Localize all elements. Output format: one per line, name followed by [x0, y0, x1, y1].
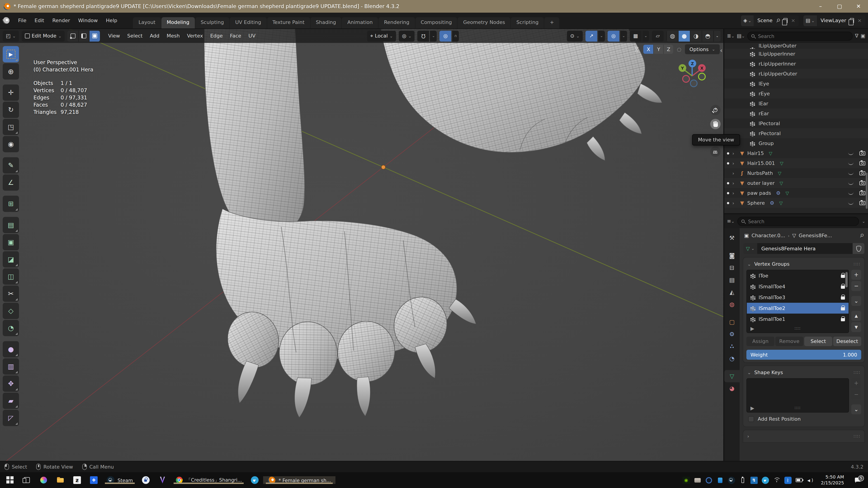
gizmo-dropdown[interactable]: ⌄	[598, 31, 605, 41]
properties-tab[interactable]	[724, 286, 740, 298]
properties-tab[interactable]	[724, 352, 740, 365]
disable-render-icon[interactable]	[860, 151, 865, 155]
tool-button[interactable]	[3, 286, 19, 302]
close-button[interactable]: ✕	[849, 0, 868, 13]
menu-item[interactable]: Window	[74, 16, 102, 25]
taskbar-app[interactable]: 「Creditless」Shangri...	[171, 476, 246, 484]
list-resize-grip[interactable]: ∷∷	[795, 326, 801, 331]
vertex-select-button[interactable]	[68, 31, 79, 41]
copy-icon[interactable]	[783, 18, 787, 23]
tool-button[interactable]	[3, 410, 19, 426]
taskbar-app[interactable]	[137, 476, 154, 484]
workspace-tab[interactable]: Sculpting	[195, 17, 229, 29]
viewlayer-selector[interactable]: ▤⌄ ViewLayer×	[803, 15, 865, 26]
properties-options-dropdown[interactable]: ⌄	[862, 219, 865, 223]
face-select-button[interactable]	[89, 31, 100, 41]
taskbar-app[interactable]	[246, 476, 263, 484]
maximize-button[interactable]: ▢	[830, 0, 849, 13]
outliner-object-row[interactable]: › Sphere ⚙ ▽	[724, 198, 868, 208]
hide-eye-icon[interactable]	[848, 182, 854, 185]
editor-type-button[interactable]: ◰⌄	[3, 31, 19, 41]
edit-overlays-dropdown[interactable]: ⌄	[643, 31, 649, 41]
disable-render-icon[interactable]	[860, 161, 865, 165]
mesh-id-dropdown[interactable]: ▽⌄	[743, 243, 757, 254]
vg-action-button[interactable]: Deselect	[833, 337, 861, 346]
shading-dropdown[interactable]: ⌄	[713, 31, 721, 41]
expand-chevron-icon[interactable]: ›	[733, 161, 737, 166]
proportional-editing-toggle[interactable]: ◎	[440, 31, 452, 41]
outliner-vertex-group-row[interactable]: Group	[724, 138, 868, 148]
xray-toggle[interactable]: ▱	[652, 31, 664, 41]
workspace-tab[interactable]: +	[544, 17, 559, 29]
lock-icon[interactable]	[841, 318, 845, 321]
tray-icon[interactable]	[750, 477, 757, 484]
snap-toggle[interactable]: Ω	[417, 31, 429, 41]
tool-button[interactable]	[3, 119, 19, 135]
vertex-group-item[interactable]: lSmallToe2	[747, 303, 848, 314]
tool-button[interactable]	[3, 46, 19, 62]
outliner-vertex-group-row[interactable]: rLipUpperInner	[724, 59, 868, 69]
properties-tab[interactable]	[724, 298, 740, 311]
tool-button[interactable]	[3, 393, 19, 409]
taskbar-app[interactable]	[2, 476, 19, 484]
outliner-vertex-group-row[interactable]: rEar	[724, 108, 868, 119]
tray-icon[interactable]	[784, 477, 792, 484]
hide-eye-icon[interactable]	[848, 171, 854, 175]
panel-title[interactable]: Vertex Groups	[754, 261, 789, 267]
workspace-tab[interactable]: Modeling	[161, 17, 195, 29]
tool-button[interactable]	[3, 268, 19, 285]
properties-tab[interactable]	[724, 328, 740, 340]
options-dropdown[interactable]: Options⌄	[685, 44, 720, 54]
lock-icon[interactable]	[841, 286, 845, 289]
visibility-dropdown[interactable]: ⊙⌄	[567, 31, 583, 41]
breadcrumb-data[interactable]: Genesis8Fe...	[799, 233, 832, 238]
minimize-button[interactable]: –	[811, 0, 830, 13]
wireframe-shading-button[interactable]: ◍	[666, 31, 678, 41]
properties-tab[interactable]	[724, 250, 740, 262]
expand-chevron-icon[interactable]: ›	[733, 200, 737, 205]
collapse-icon[interactable]: ⌄	[747, 370, 751, 375]
hide-eye-icon[interactable]	[848, 201, 854, 204]
add-shape-key-button[interactable]: +	[851, 378, 861, 388]
tool-button[interactable]	[3, 174, 19, 191]
axis-y-negative-handle[interactable]	[698, 73, 706, 80]
viewport-menu-item[interactable]: Vertex	[183, 31, 207, 41]
scene-selector[interactable]: ◈⌄ Scene⚲×	[741, 15, 799, 26]
taskbar-app[interactable]: Steam	[102, 476, 137, 484]
disable-render-icon[interactable]	[860, 171, 865, 175]
menu-item[interactable]: Help	[102, 16, 121, 25]
outliner-vertex-group-row[interactable]: rPectoral	[724, 128, 868, 138]
gizmo-toggle[interactable]: ↗	[585, 31, 597, 41]
tool-button[interactable]	[3, 234, 19, 250]
add-rest-position-checkbox[interactable]	[748, 416, 754, 422]
shape-key-specials-dropdown[interactable]: ⌄	[851, 404, 861, 414]
snap-settings-dropdown[interactable]: ⌄	[430, 31, 437, 41]
hide-eye-icon[interactable]	[848, 191, 854, 195]
properties-tab[interactable]	[724, 262, 740, 274]
disable-render-icon[interactable]	[860, 201, 865, 205]
disable-render-icon[interactable]	[860, 191, 865, 195]
mesh-name-field[interactable]: Genesis8Female Hera	[757, 243, 852, 254]
outliner-vertex-group-row[interactable]: rEye	[724, 89, 868, 98]
tool-button[interactable]	[3, 251, 19, 267]
vg-action-button[interactable]: Assign	[746, 337, 774, 346]
blender-menu-icon[interactable]	[3, 17, 9, 24]
viewport-menu-item[interactable]: Face	[226, 31, 245, 41]
properties-search[interactable]	[737, 217, 859, 226]
list-filter-toggle-icon[interactable]: ▶	[750, 326, 754, 331]
taskbar-app[interactable]: * Female german sh...	[263, 476, 336, 484]
perspective-toggle-button[interactable]: ⊞	[710, 147, 721, 157]
taskbar-app[interactable]	[52, 476, 69, 484]
add-vertex-group-button[interactable]: +	[851, 270, 861, 280]
outliner-vertex-group-row[interactable]: lEye	[724, 78, 868, 89]
mirror-axis-button[interactable]: Y	[653, 45, 663, 54]
properties-search-input[interactable]	[747, 218, 855, 224]
tray-icon[interactable]	[694, 477, 701, 484]
vertex-group-item[interactable]: lSmallToe3	[747, 292, 848, 303]
panel-grip-icon[interactable]: ∷∷	[854, 370, 860, 375]
axis-x-handle[interactable]: X	[698, 64, 706, 72]
outliner-vertex-group-row[interactable]: lLipUpperInner	[724, 49, 868, 59]
tray-icon[interactable]	[739, 477, 746, 484]
tool-button[interactable]	[3, 217, 19, 233]
edge-select-button[interactable]	[79, 31, 89, 41]
